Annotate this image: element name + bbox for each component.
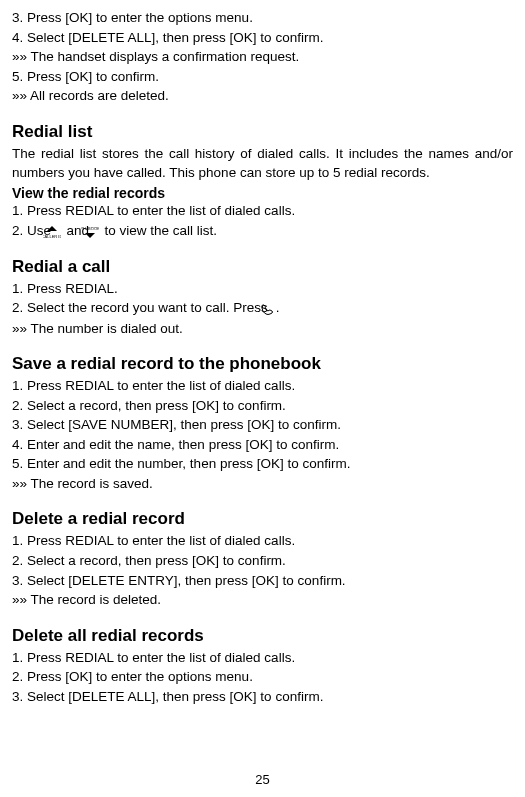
- view-redial-step-1: 1. Press REDIAL to enter the list of dia…: [12, 201, 513, 221]
- heading-redial-call: Redial a call: [12, 257, 513, 277]
- heading-delete-redial: Delete a redial record: [12, 509, 513, 529]
- delete-redial-step-3: 3. Select [DELETE ENTRY], then press [OK…: [12, 571, 513, 591]
- subheading-view-redial: View the redial records: [12, 185, 513, 201]
- delete-redial-step-2: 2. Select a record, then press [OK] to c…: [12, 551, 513, 571]
- delete-all-step-3: 3. Select [DELETE ALL], then press [OK] …: [12, 687, 513, 707]
- redial-call-step-1: 1. Press REDIAL.: [12, 279, 513, 299]
- save-redial-step-2: 2. Select a record, then press [OK] to c…: [12, 396, 513, 416]
- save-redial-step-3: 3. Select [SAVE NUMBER], then press [OK]…: [12, 415, 513, 435]
- intro-line-3: 3. Press [OK] to enter the options menu.: [12, 8, 513, 28]
- delete-redial-step-1: 1. Press REDIAL to enter the list of dia…: [12, 531, 513, 551]
- intro-line-4: 4. Select [DELETE ALL], then press [OK] …: [12, 28, 513, 48]
- svg-text:CALLER ID: CALLER ID: [43, 234, 61, 239]
- save-redial-step-4: 4. Enter and edit the name, then press […: [12, 435, 513, 455]
- save-redial-result: »» The record is saved.: [12, 474, 513, 494]
- view-redial-step-2: 2. Use CALLER ID and PH. BOOK to view th…: [12, 221, 513, 241]
- intro-result-confirmation: »» The handset displays a confirmation r…: [12, 47, 513, 67]
- delete-redial-result: »» The record is deleted.: [12, 590, 513, 610]
- redial-call-result: »» The number is dialed out.: [12, 319, 513, 339]
- delete-all-step-2: 2. Press [OK] to enter the options menu.: [12, 667, 513, 687]
- up-arrow-caller-id-icon: CALLER ID: [56, 221, 62, 241]
- intro-line-5: 5. Press [OK] to confirm.: [12, 67, 513, 87]
- down-arrow-phbook-icon: PH. BOOK: [94, 221, 100, 241]
- heading-redial-list: Redial list: [12, 122, 513, 142]
- delete-all-step-1: 1. Press REDIAL to enter the list of dia…: [12, 648, 513, 668]
- redial-call-step-2: 2. Select the record you want to call. P…: [12, 298, 513, 318]
- phone-handset-icon: [273, 299, 275, 319]
- redial-list-body: The redial list stores the call history …: [12, 144, 513, 183]
- save-redial-step-1: 1. Press REDIAL to enter the list of dia…: [12, 376, 513, 396]
- save-redial-step-5: 5. Enter and edit the number, then press…: [12, 454, 513, 474]
- intro-result-deleted: »» All records are deleted.: [12, 86, 513, 106]
- heading-save-redial: Save a redial record to the phonebook: [12, 354, 513, 374]
- heading-delete-all-redial: Delete all redial records: [12, 626, 513, 646]
- svg-text:PH. BOOK: PH. BOOK: [81, 226, 99, 231]
- page-number: 25: [0, 772, 525, 787]
